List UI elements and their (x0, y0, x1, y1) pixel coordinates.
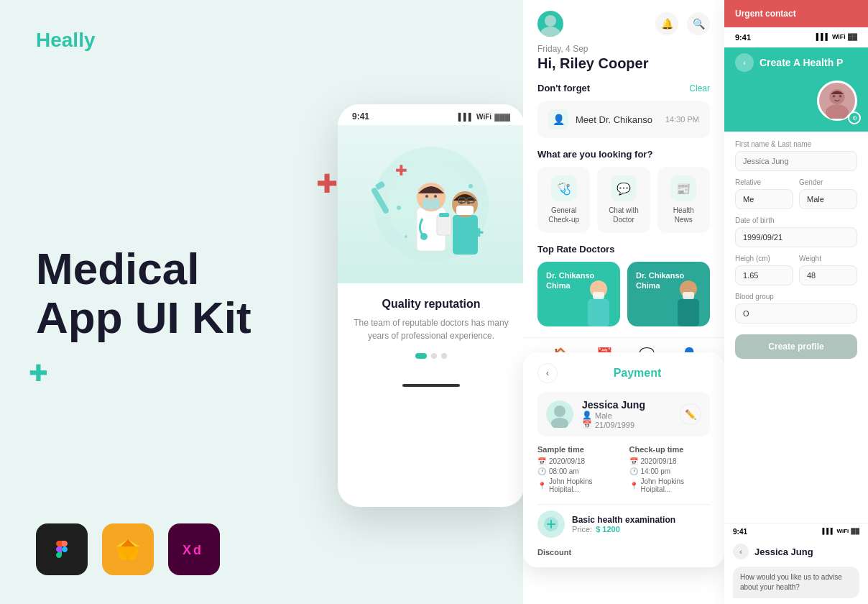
health-service-title: Basic health examination (572, 515, 675, 525)
phone-dots (352, 353, 510, 359)
title-line2: App UI Kit (36, 293, 251, 342)
reminder-text: Meet Dr. Chikanso (576, 114, 652, 125)
svg-text:X: X (183, 543, 191, 557)
hp-title: Create A Health P (760, 57, 843, 68)
first-last-input[interactable] (735, 151, 857, 171)
phone-bottom-content: Quality reputation The team of reputable… (338, 283, 525, 373)
hp-battery: ▓▓ (848, 33, 857, 42)
chat-back-button[interactable]: ‹ (733, 544, 749, 559)
wifi-icon: WiFi (476, 113, 491, 121)
chat-wifi: WiFi (837, 528, 849, 536)
hp-avatar-edit[interactable]: ⚙ (848, 111, 861, 124)
dob-input[interactable] (735, 227, 857, 247)
hp-form: First name & Last name Relative Me Gende… (724, 132, 868, 367)
blood-label: Blood group (735, 293, 857, 301)
health-service-price: Price: $ 1200 (572, 525, 675, 534)
news-label: HealthNews (663, 206, 704, 224)
checkup-label: Check-up time (629, 445, 711, 454)
health-service-icon (537, 511, 565, 538)
notification-icon[interactable]: 🔔 (655, 12, 678, 35)
svg-text:✚: ✚ (474, 226, 484, 239)
brand-logo: Heally (36, 29, 302, 52)
search-icon[interactable]: 🔍 (687, 12, 710, 35)
phone-time: 9:41 (352, 111, 369, 122)
height-col: Heigh (cm) (735, 255, 793, 293)
basic-health-card: Basic health examination Price: $ 1200 (537, 504, 710, 544)
dont-forget-label: Don't forget (537, 83, 590, 93)
chat-signal: ▌▌▌ (823, 528, 835, 536)
reminder-card[interactable]: 👤 Meet Dr. Chikanso 14:30 PM (537, 101, 710, 138)
top-doctors-title: Top Rate Doctors (537, 244, 710, 255)
health-service-details: Basic health examination Price: $ 1200 (572, 515, 675, 534)
patient-info: Jessica Jung 👤 Male 📅 21/09/1999 ✏️ (537, 392, 710, 436)
hp-back-icon: ‹ (743, 58, 746, 67)
urgent-contact-banner[interactable]: Urgent contact (724, 0, 868, 27)
category-chat[interactable]: 💬 Chat withDoctor (597, 167, 650, 233)
xd-icon: X d (168, 523, 220, 575)
hp-header: ‹ Create A Health P (724, 47, 868, 81)
svg-point-35 (540, 27, 560, 37)
plus-icon-teal: ✚ (29, 360, 48, 387)
category-general[interactable]: 🩺 GeneralCheck-up (537, 167, 590, 233)
doctors-row: Dr. ChikansoChima Dr. ChikansoChima (537, 262, 710, 326)
weight-input[interactable] (799, 265, 857, 285)
sample-date: 📅 2020/09/18 (537, 457, 619, 465)
checkup-time-icon: 🕐 (629, 467, 638, 475)
category-news[interactable]: 📰 HealthNews (657, 167, 710, 233)
chat-section: 9:41 ▌▌▌ WiFi ▓▓ ‹ Jessica Jung How woul… (724, 523, 868, 604)
hp-signal: ▌▌▌ (816, 33, 830, 42)
dont-forget-header: Don't forget Clear (523, 83, 724, 93)
category-grid: 🩺 GeneralCheck-up 💬 Chat withDoctor 📰 He… (537, 167, 710, 233)
chat-battery: ▓▓ (851, 528, 859, 536)
checkup-time-col: Check-up time 📅 2020/09/18 🕐 14:00 pm 📍 … (629, 445, 711, 495)
hp-back-button[interactable]: ‹ (735, 53, 754, 72)
create-profile-button[interactable]: Create profile (735, 334, 857, 359)
user-avatar[interactable] (537, 11, 563, 37)
patient-name: Jessica Jung (582, 399, 645, 411)
svg-point-15 (425, 195, 428, 198)
doctor-card-1[interactable]: Dr. ChikansoChima (537, 262, 620, 326)
dot-3 (441, 353, 447, 359)
svg-rect-19 (437, 215, 451, 235)
relative-label: Relative (735, 178, 793, 186)
chat-person-name: Jessica Jung (754, 546, 813, 557)
patient-gender: 👤 Male (582, 411, 645, 420)
blood-input[interactable] (735, 303, 857, 324)
price-value: $ 1200 (596, 525, 620, 534)
sample-time-label: Sample time (537, 445, 619, 454)
clear-button[interactable]: Clear (689, 83, 710, 93)
height-input[interactable] (735, 265, 793, 285)
svg-point-34 (545, 15, 556, 27)
dot-2 (431, 353, 437, 359)
battery-icon: ▓▓▓ (494, 113, 510, 121)
svg-point-16 (434, 195, 437, 198)
doctor-card-2[interactable]: Dr. ChikansoChima (627, 262, 710, 326)
payment-back-button[interactable]: ‹ (537, 363, 558, 383)
payment-back-icon: ‹ (546, 368, 549, 378)
signal-icon: ▌▌▌ (458, 113, 474, 121)
health-profile-screen: Urgent contact 9:41 ▌▌▌ WiFi ▓▓ ‹ Create… (724, 0, 868, 604)
title-line1: Medical (36, 244, 251, 293)
dob-label: Date of birth (735, 216, 857, 224)
sample-date-icon: 📅 (537, 457, 546, 465)
doctor-avatar-2 (670, 276, 706, 326)
patient-details: Jessica Jung 👤 Male 📅 21/09/1999 (582, 399, 645, 429)
phone-mockup: 9:41 ▌▌▌ WiFi ▓▓▓ (338, 104, 525, 507)
price-label: Price: (572, 525, 592, 534)
edit-button[interactable]: ✏️ (680, 403, 701, 425)
reminder-left: 👤 Meet Dr. Chikanso (548, 109, 652, 129)
doctor-avatar-1 (581, 276, 617, 326)
date-text: Friday, 4 Sep (523, 44, 724, 54)
header-icons: 🔔 🔍 (655, 12, 710, 35)
chat-back-icon: ‹ (739, 548, 742, 556)
chat-time: 9:41 (733, 528, 747, 536)
phone-home-bar (402, 384, 460, 387)
svg-point-49 (833, 95, 836, 98)
patient-avatar (546, 401, 573, 428)
greeting-text: Hi, Riley Cooper (523, 55, 724, 72)
checkup-time-item: 🕐 14:00 pm (629, 467, 711, 475)
relative-select[interactable]: Me (735, 189, 793, 209)
discount-label: Discount (537, 544, 710, 557)
gender-select[interactable]: Male Female (799, 189, 857, 209)
phone-illustration: ✚ ✚ (338, 125, 525, 283)
